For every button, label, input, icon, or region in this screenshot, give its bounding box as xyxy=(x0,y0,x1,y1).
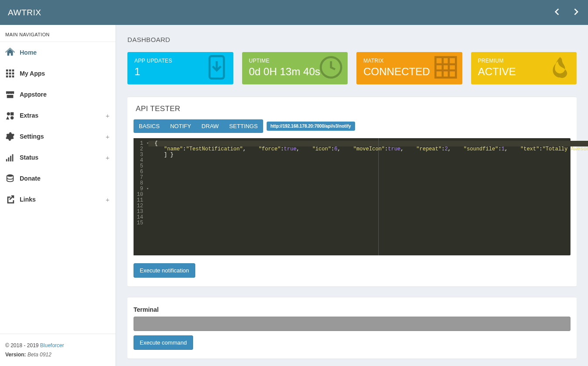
terminal-input[interactable] xyxy=(134,317,570,331)
svg-rect-7 xyxy=(9,76,11,78)
sidebar-item-label: Links xyxy=(20,196,36,203)
svg-point-9 xyxy=(7,112,10,115)
sidebar-item-label: Home xyxy=(20,49,37,56)
sidebar-section-label: MAIN NAVIGATION xyxy=(0,25,116,42)
sidebar-item-appstore[interactable]: Appstore xyxy=(0,84,116,105)
svg-rect-3 xyxy=(6,73,8,75)
panel-title: API TESTER xyxy=(127,97,577,119)
sidebar-item-donate[interactable]: Donate xyxy=(0,168,116,189)
code-editor[interactable]: 123456789101112131415 { "name":"TestNoti… xyxy=(134,138,570,255)
sidebar-item-extras[interactable]: Extras + xyxy=(0,105,116,126)
fire-icon xyxy=(548,55,572,81)
signal-icon xyxy=(5,153,20,162)
svg-rect-13 xyxy=(8,157,9,161)
sidebar-menu: Home My Apps Appstore Extras + xyxy=(0,42,116,334)
endpoint-badge: http://192.168.178.20:7000/api/v3/notify xyxy=(267,122,355,131)
main-content: DASHBOARD APP UPDATES 1 UPTIME 0d 0H 13m… xyxy=(116,25,588,366)
version-value: Beta 0912 xyxy=(28,352,52,358)
svg-rect-10 xyxy=(11,112,14,115)
sidebar-item-status[interactable]: Status + xyxy=(0,147,116,168)
matrix-icon xyxy=(433,55,458,81)
card-premium: PREMIUM ACTIVE xyxy=(471,52,577,84)
app-header: AWTRIX xyxy=(0,0,588,25)
card-uptime: UPTIME 0d 0H 13m 40s xyxy=(242,52,348,84)
sidebar-item-label: My Apps xyxy=(20,70,45,77)
svg-rect-14 xyxy=(10,156,11,161)
company-link[interactable]: Blueforcer xyxy=(40,342,64,349)
sidebar-item-myapps[interactable]: My Apps xyxy=(0,63,116,84)
expand-icon: + xyxy=(106,196,109,203)
card-app-updates: APP UPDATES 1 xyxy=(127,52,233,84)
svg-rect-8 xyxy=(12,76,14,78)
tab-draw[interactable]: DRAW xyxy=(196,119,224,133)
svg-point-11 xyxy=(11,116,14,119)
donate-icon xyxy=(5,174,20,183)
store-icon xyxy=(5,90,20,99)
tab-basics[interactable]: BASICS xyxy=(134,119,165,133)
external-link-icon xyxy=(5,195,20,204)
clock-icon xyxy=(319,55,343,81)
expand-icon: + xyxy=(106,154,109,161)
api-tabs: BASICS NOTIFY DRAW SETTINGS xyxy=(134,119,263,133)
svg-point-16 xyxy=(7,174,14,177)
sidebar-item-settings[interactable]: Settings + xyxy=(0,126,116,147)
home-icon xyxy=(5,48,20,57)
grid-icon xyxy=(5,69,20,78)
gear-icon xyxy=(5,132,20,141)
terminal-panel: Terminal Execute command xyxy=(127,297,577,359)
sidebar-item-label: Appstore xyxy=(20,91,46,98)
sidebar-item-label: Donate xyxy=(20,175,40,182)
extras-icon xyxy=(5,111,20,120)
expand-icon: + xyxy=(106,133,109,140)
card-matrix: MATRIX CONNECTED xyxy=(356,52,462,84)
version-label: Version: xyxy=(5,352,26,358)
api-tester-panel: API TESTER BASICS NOTIFY DRAW SETTINGS h… xyxy=(127,97,577,286)
page-title: DASHBOARD xyxy=(127,36,577,43)
execute-notification-button[interactable]: Execute notification xyxy=(134,263,195,278)
svg-rect-15 xyxy=(12,154,14,162)
svg-rect-19 xyxy=(435,57,456,78)
app-title: AWTRIX xyxy=(8,8,41,17)
next-icon[interactable] xyxy=(571,7,580,18)
execute-command-button[interactable]: Execute command xyxy=(134,335,193,350)
code-body[interactable]: { "name":"TestNotification", "force":tru… xyxy=(148,138,588,255)
sidebar-item-links[interactable]: Links + xyxy=(0,189,116,210)
svg-rect-12 xyxy=(6,159,7,162)
prev-icon[interactable] xyxy=(553,7,562,18)
code-gutter: 123456789101112131415 xyxy=(134,138,148,255)
svg-rect-1 xyxy=(9,70,11,72)
svg-rect-6 xyxy=(6,76,8,78)
expand-icon: + xyxy=(106,112,109,119)
tab-notify[interactable]: NOTIFY xyxy=(165,119,197,133)
svg-rect-0 xyxy=(6,70,8,72)
svg-rect-4 xyxy=(9,73,11,75)
download-icon xyxy=(204,55,229,81)
header-nav xyxy=(553,7,580,18)
sidebar-item-label: Status xyxy=(20,154,39,161)
svg-rect-5 xyxy=(12,73,14,75)
stat-cards: APP UPDATES 1 UPTIME 0d 0H 13m 40s MATRI… xyxy=(127,52,577,84)
tab-settings[interactable]: SETTINGS xyxy=(224,119,263,133)
sidebar-item-home[interactable]: Home xyxy=(0,42,116,63)
svg-rect-2 xyxy=(12,70,14,72)
copyright-text: © 2018 - 2019 xyxy=(5,342,40,349)
sidebar-footer: © 2018 - 2019 Blueforcer Version: Beta 0… xyxy=(0,334,116,366)
sidebar-item-label: Settings xyxy=(20,133,44,140)
sidebar-item-label: Extras xyxy=(20,112,39,119)
terminal-label: Terminal xyxy=(134,306,570,313)
sidebar: MAIN NAVIGATION Home My Apps Appstore xyxy=(0,25,116,366)
